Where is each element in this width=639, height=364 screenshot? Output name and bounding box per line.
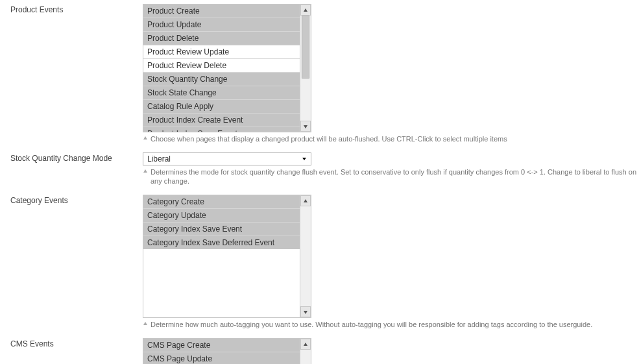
category-events-option[interactable]: Category Index Save Event (143, 223, 300, 236)
hint-arrow-icon (143, 321, 148, 326)
chevron-down-icon (299, 154, 309, 164)
scrollbar[interactable] (300, 195, 311, 317)
product-events-option[interactable]: Product Index Create Event (143, 114, 300, 127)
empty-area (143, 249, 300, 318)
svg-marker-1 (304, 125, 307, 128)
svg-marker-6 (304, 311, 307, 314)
product-events-option[interactable]: Product Review Delete (143, 59, 300, 73)
product-events-option[interactable]: Product Delete (143, 32, 300, 45)
scroll-up-button[interactable] (300, 339, 311, 350)
product-events-option[interactable]: Stock Quantity Change (143, 73, 300, 86)
scroll-down-button[interactable] (300, 121, 311, 132)
category-events-option[interactable]: Category Index Save Deferred Event (143, 236, 300, 249)
svg-marker-8 (304, 343, 307, 346)
stock-mode-value: Liberal (147, 154, 171, 164)
product-events-option[interactable]: Stock State Change (143, 86, 300, 100)
scroll-up-button[interactable] (300, 5, 311, 16)
hint-arrow-icon (143, 136, 148, 141)
stock-mode-hint: Determines the mode for stock quantity c… (143, 167, 639, 186)
product-events-select[interactable]: Product CreateProduct UpdateProduct Dele… (143, 4, 311, 132)
scrollbar[interactable] (300, 339, 311, 364)
scroll-thumb[interactable] (302, 16, 309, 79)
product-events-option[interactable]: Catalog Rule Apply (143, 100, 300, 114)
scroll-track[interactable] (300, 206, 311, 306)
category-events-select[interactable]: Category CreateCategory UpdateCategory I… (143, 195, 311, 318)
scroll-down-button[interactable] (300, 306, 311, 317)
svg-marker-0 (304, 8, 307, 12)
svg-marker-3 (302, 158, 306, 160)
product-events-hint: Choose when pages that display a changed… (143, 134, 639, 143)
scroll-track[interactable] (300, 16, 311, 121)
stock-mode-label: Stock Quantity Change Mode (10, 152, 143, 163)
category-events-hint: Determine how much auto-tagging you want… (143, 320, 639, 329)
product-events-option[interactable]: Product Create (143, 5, 300, 18)
stock-mode-select[interactable]: Liberal (143, 152, 311, 165)
category-events-label: Category Events (10, 195, 143, 205)
svg-marker-7 (143, 322, 147, 325)
cms-events-select[interactable]: CMS Page CreateCMS Page Update (143, 338, 311, 364)
cms-events-label: CMS Events (10, 338, 143, 348)
product-events-option[interactable]: Product Update (143, 18, 300, 32)
hint-arrow-icon (143, 169, 148, 174)
svg-marker-4 (143, 169, 147, 173)
scrollbar[interactable] (300, 5, 311, 132)
svg-marker-5 (304, 199, 307, 202)
category-events-option[interactable]: Category Update (143, 209, 300, 223)
scroll-track[interactable] (300, 350, 311, 364)
product-events-option[interactable]: Product Review Update (143, 45, 300, 59)
cms-events-option[interactable]: CMS Page Update (143, 352, 300, 364)
category-events-option[interactable]: Category Create (143, 195, 300, 209)
scroll-up-button[interactable] (300, 195, 311, 206)
product-events-label: Product Events (10, 4, 143, 14)
product-events-option[interactable]: Product Index Save Event (143, 127, 300, 132)
svg-marker-2 (143, 136, 147, 140)
cms-events-option[interactable]: CMS Page Create (143, 339, 300, 352)
